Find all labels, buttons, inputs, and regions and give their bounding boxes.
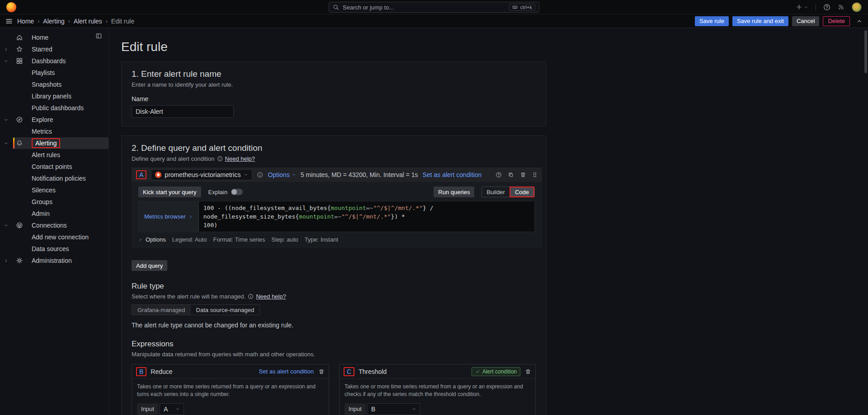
sidebar-item-alert-rules[interactable]: Alert rules — [0, 149, 108, 161]
compass-icon — [12, 116, 27, 123]
query-editor: A prometheus-victoriametrics Options 5 m… — [132, 168, 542, 248]
sidebar-item-admin[interactable]: Admin — [0, 208, 108, 219]
sidebar-item-starred[interactable]: Starred — [0, 43, 108, 55]
reduce-input-select[interactable]: A — [160, 403, 184, 415]
metrics-browser-toggle[interactable]: Metrics browser — [139, 201, 198, 232]
section-query-condition: 2. Define query and alert condition Defi… — [121, 135, 546, 415]
query-options-toggle[interactable]: Options — [268, 171, 296, 178]
chevron-right-icon[interactable] — [0, 258, 12, 263]
new-menu-button[interactable] — [796, 4, 808, 10]
section2-heading: 2. Define query and alert condition — [132, 143, 536, 153]
info-icon — [248, 294, 254, 299]
threshold-input-label: Input — [344, 403, 366, 415]
format-option: Format: Time series — [213, 236, 265, 243]
help-button[interactable] — [823, 4, 830, 11]
home-icon — [12, 34, 27, 41]
rule-type-need-help-link[interactable]: Need help? — [256, 293, 286, 300]
page-scrollbar[interactable] — [864, 30, 867, 73]
reduce-ref-annotation: B — [136, 367, 146, 376]
sidebar-item-library-panels[interactable]: Library panels — [0, 90, 108, 102]
chevron-down-icon[interactable] — [0, 117, 12, 122]
reduce-delete-icon[interactable] — [318, 368, 325, 375]
threshold-expression-card: C Threshold Alert condition Takes one or… — [339, 364, 536, 415]
sidebar-item-metrics[interactable]: Metrics — [0, 126, 108, 137]
breadcrumb-home[interactable]: Home — [17, 18, 34, 25]
query-ref-badge[interactable]: A — [139, 171, 143, 178]
need-help-link[interactable]: Need help? — [225, 155, 255, 162]
breadcrumb-alert-rules[interactable]: Alert rules — [74, 18, 102, 25]
drag-handle-icon[interactable] — [532, 172, 538, 178]
cancel-button[interactable]: Cancel — [792, 16, 819, 26]
sidebar-item-silences[interactable]: Silences — [0, 184, 108, 196]
breadcrumb-alerting[interactable]: Alerting — [43, 18, 64, 25]
collapse-header-button[interactable] — [856, 18, 863, 24]
sidebar-item-snapshots[interactable]: Snapshots — [0, 79, 108, 90]
sidebar-item-explore[interactable]: Explore — [0, 114, 108, 126]
reduce-ref-badge[interactable]: B — [139, 368, 143, 375]
sidebar-item-data-sources[interactable]: Data sources — [0, 243, 108, 255]
sidebar-item-connections[interactable]: Connections — [0, 219, 108, 231]
reduce-set-alert-condition-link[interactable]: Set as alert condition — [259, 368, 314, 375]
threshold-delete-icon[interactable] — [525, 368, 531, 375]
grafana-managed-option[interactable]: Grafana-managed — [132, 305, 191, 315]
query-help-icon[interactable] — [495, 172, 502, 178]
plug-icon — [12, 222, 27, 229]
user-avatar[interactable] — [852, 2, 862, 12]
duplicate-query-icon[interactable] — [508, 172, 514, 178]
star-icon — [12, 46, 27, 53]
kick-start-query-button[interactable]: Kick start your query — [138, 187, 201, 197]
explain-toggle[interactable] — [231, 189, 243, 195]
section1-heading: 1. Enter alert rule name — [132, 69, 536, 79]
chevron-down-icon[interactable] — [0, 223, 12, 228]
threshold-input-select[interactable]: B — [367, 403, 420, 415]
threshold-ref-badge[interactable]: C — [347, 368, 351, 375]
news-button[interactable] — [838, 4, 844, 10]
sidebar-item-playlists[interactable]: Playlists — [0, 67, 108, 79]
rule-name-input[interactable] — [132, 105, 234, 118]
sidebar-item-contact-points[interactable]: Contact points — [0, 161, 108, 173]
sidebar-item-add-new-connection[interactable]: Add new connection — [0, 231, 108, 243]
chevron-right-icon — [138, 238, 143, 242]
threshold-title: Threshold — [359, 368, 387, 375]
run-queries-button[interactable]: Run queries — [434, 187, 474, 197]
chevron-down-icon — [292, 173, 296, 177]
sidebar-nav: Home Starred Dashboards Playlists Snapsh… — [0, 28, 109, 415]
save-rule-and-exit-button[interactable]: Save rule and exit — [732, 16, 788, 26]
chevron-down-icon[interactable] — [0, 141, 12, 146]
add-query-button[interactable]: Add query — [132, 260, 167, 271]
datasource-picker[interactable]: prometheus-victoriametrics — [151, 169, 252, 180]
legend-option: Legend: Auto — [172, 236, 207, 243]
expressions-subheading: Manipulate data returned from queries wi… — [132, 351, 536, 358]
grafana-logo[interactable] — [6, 2, 16, 12]
sidebar-item-home[interactable]: Home — [0, 32, 108, 43]
search-placeholder: Search or jump to... — [343, 4, 394, 11]
data-source-managed-option[interactable]: Data source-managed — [191, 305, 260, 315]
top-bar: Search or jump to... ctrl+k — [0, 0, 868, 14]
chevron-down-icon — [244, 173, 248, 177]
sidebar-item-administration[interactable]: Administration — [0, 255, 108, 266]
sidebar-item-public-dashboards[interactable]: Public dashboards — [0, 102, 108, 114]
builder-mode-button[interactable]: Builder — [482, 187, 509, 197]
alert-condition-badge: Alert condition — [472, 367, 520, 376]
section1-subheading: Enter a name to identify your alert rule… — [132, 81, 536, 88]
code-mode-button[interactable]: Code — [509, 187, 534, 197]
reduce-description: Takes one or more time series returned f… — [137, 383, 324, 399]
options-expander[interactable]: Options — [138, 236, 166, 243]
sidebar-item-dashboards[interactable]: Dashboards — [0, 55, 108, 67]
rule-type-subheading: Select where the alert rule will be mana… — [132, 293, 245, 300]
chevron-right-icon[interactable] — [0, 47, 12, 52]
promql-code-editor[interactable]: 100 - ((node_filesystem_avail_bytes{moun… — [198, 201, 534, 232]
chevron-down-icon[interactable] — [0, 59, 12, 64]
sidebar-item-alerting[interactable]: Alerting — [0, 137, 108, 149]
save-rule-button[interactable]: Save rule — [695, 16, 729, 26]
remove-query-icon[interactable] — [520, 172, 526, 178]
rule-type-note: The alert rule type cannot be changed fo… — [132, 322, 536, 329]
delete-button[interactable]: Delete — [823, 16, 850, 26]
reduce-title: Reduce — [151, 368, 172, 375]
sidebar-item-groups[interactable]: Groups — [0, 196, 108, 208]
sidebar-item-notification-policies[interactable]: Notification policies — [0, 173, 108, 184]
set-alert-condition-link[interactable]: Set as alert condition — [423, 171, 482, 178]
menu-toggle-button[interactable] — [5, 18, 13, 25]
search-input[interactable]: Search or jump to... ctrl+k — [329, 2, 539, 13]
query-ref-annotation: A — [136, 170, 146, 179]
